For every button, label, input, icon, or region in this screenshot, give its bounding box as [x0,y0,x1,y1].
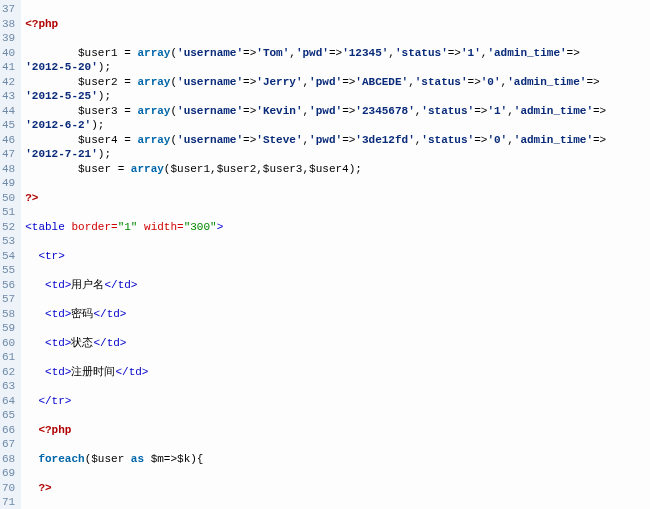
line-number: 39 [2,31,15,46]
code-line: <?php [25,17,646,32]
line-number: 69 [2,466,15,481]
code-line: <?php [25,423,646,438]
line-number: 64 [2,394,15,409]
line-number: 63 [2,379,15,394]
line-number: 48 [2,162,15,177]
line-number: 59 [2,321,15,336]
line-number: 41 [2,60,15,75]
code-line: $user4 = array('username'=>'Steve','pwd'… [25,133,646,148]
code-line: <td>注册时间</td> [25,365,646,380]
code-line: ?> [25,481,646,496]
line-number: 62 [2,365,15,380]
code-line: <td>状态</td> [25,336,646,351]
line-number: 61 [2,350,15,365]
line-number: 45 [2,118,15,133]
line-number: 71 [2,495,15,509]
code-line: $user = array($user1,$user2,$user3,$user… [25,162,646,177]
line-number: 65 [2,408,15,423]
line-number: 37 [2,2,15,17]
line-number: 57 [2,292,15,307]
line-number: 46 [2,133,15,148]
code-line: <td>密码</td> [25,307,646,322]
line-number: 50 [2,191,15,206]
line-number: 47 [2,147,15,162]
line-number: 54 [2,249,15,264]
line-number: 51 [2,205,15,220]
code-line: </tr> [25,394,646,409]
code-body: <?php $user1 = array('username'=>'Tom','… [21,0,650,509]
line-number: 49 [2,176,15,191]
line-number: 68 [2,452,15,467]
line-number: 56 [2,278,15,293]
line-number: 67 [2,437,15,452]
code-line: $user1 = array('username'=>'Tom','pwd'=>… [25,46,646,61]
code-editor: 37 38 39 40 41 42 43 44 45 46 47 48 49 5… [0,0,650,509]
line-number: 70 [2,481,15,496]
line-number: 38 [2,17,15,32]
line-number: 60 [2,336,15,351]
line-number-gutter: 37 38 39 40 41 42 43 44 45 46 47 48 49 5… [0,0,21,509]
line-number: 43 [2,89,15,104]
code-line: <table border="1" width="300"> [25,220,646,235]
code-line: <td>用户名</td> [25,278,646,293]
code-line: foreach($user as $m=>$k){ [25,452,646,467]
line-number: 66 [2,423,15,438]
line-number: 55 [2,263,15,278]
code-line: <tr> [25,249,646,264]
line-number: 58 [2,307,15,322]
code-line: ?> [25,191,646,206]
line-number: 40 [2,46,15,61]
code-line: $user2 = array('username'=>'Jerry','pwd'… [25,75,646,90]
line-number: 53 [2,234,15,249]
line-number: 44 [2,104,15,119]
line-number: 52 [2,220,15,235]
code-line: $user3 = array('username'=>'Kevin','pwd'… [25,104,646,119]
line-number: 42 [2,75,15,90]
